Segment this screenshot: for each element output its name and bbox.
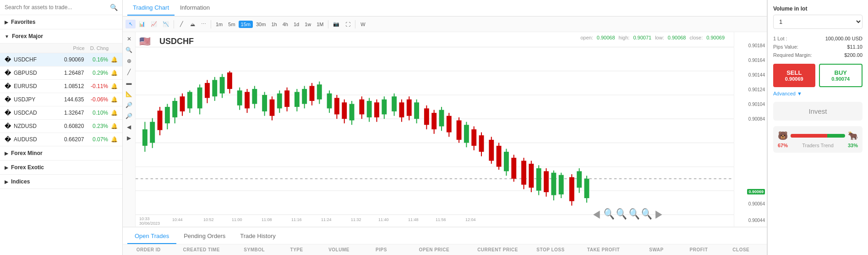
magnify-draw-btn[interactable]: 🔍 [124, 45, 134, 55]
search-input[interactable] [5, 4, 110, 11]
arrow-left-draw-btn[interactable]: ◀ [124, 122, 134, 132]
invest-label: Invest [779, 107, 857, 115]
asset-change-gbpusd: 0.29% [84, 70, 108, 76]
time-4h[interactable]: 4h [280, 21, 290, 28]
time-1w[interactable]: 1w [302, 21, 313, 28]
extra-tool[interactable]: W [358, 20, 368, 28]
asset-row-audusd[interactable]: � AUDUSD 0.66207 0.07% 🔔 [0, 133, 122, 146]
line-draw-btn[interactable]: ╱ [124, 67, 134, 77]
zoom-out-draw-btn[interactable]: 🔎 [124, 111, 134, 121]
asset-row-usdcad[interactable]: � USDCAD 1.32647 0.10% 🔔 [0, 106, 122, 120]
time-1M[interactable]: 1M [314, 21, 326, 28]
line-tool[interactable]: 📉 [160, 20, 171, 28]
trend-labels: 67% Traders Trend 33% [778, 143, 858, 148]
alarm-icon-gbpusd[interactable]: 🔔 [111, 70, 118, 76]
svg-rect-36 [245, 92, 250, 108]
svg-rect-52 [310, 86, 315, 101]
asset-row-eurusd[interactable]: � EURUSD 1.08512 -0.11% 🔔 [0, 80, 122, 93]
draw-line-tool[interactable]: ╱ [176, 20, 186, 28]
forex-major-arrow: ▼ [5, 34, 9, 39]
cursor-tool[interactable]: ↖ [126, 20, 136, 28]
forex-major-section[interactable]: ▼ Forex Major [0, 29, 122, 44]
close-draw-btn[interactable]: ✕ [124, 34, 134, 44]
right-panel: Volume in lot 1 0.01 0.1 0.5 2 5 10 1 Lo… [767, 0, 868, 255]
svg-rect-60 [342, 102, 347, 119]
time-5m[interactable]: 5m [226, 21, 237, 28]
alarm-icon-usdcad[interactable]: 🔔 [111, 110, 118, 116]
chart-symbol-header: 🇺🇸 USDCHF [139, 36, 194, 47]
price-level-4: 0.90124 [748, 87, 765, 92]
tab-trade-history[interactable]: Trade History [233, 229, 283, 244]
advanced-link[interactable]: Advanced ▼ [773, 91, 863, 96]
time-1h[interactable]: 1h [269, 21, 279, 28]
svg-rect-40 [262, 95, 267, 111]
search-bar[interactable]: 🔍 [0, 0, 122, 15]
screenshot-tool[interactable]: 📷 [331, 20, 342, 28]
col-change-header: D. Chng [85, 45, 118, 51]
price-level-3: 0.90144 [748, 72, 765, 78]
draw-dot-tool[interactable]: ⋯ [198, 20, 208, 28]
search-icon[interactable]: 🔍 [110, 4, 118, 11]
advanced-chevron-icon: ▼ [797, 91, 802, 96]
svg-rect-74 [399, 102, 404, 117]
svg-text:◀: ◀ [593, 208, 600, 220]
asset-row-nzdusd[interactable]: � NZDUSD 0.60820 0.23% 🔔 [0, 120, 122, 133]
asset-row-usdjpy[interactable]: � USDJPY 144.635 -0.06% 🔔 [0, 93, 122, 106]
svg-rect-72 [392, 96, 397, 111]
asset-flag-usdchf: � [5, 56, 11, 63]
alarm-icon-nzdusd[interactable]: 🔔 [111, 123, 118, 129]
alarm-icon-eurusd[interactable]: 🔔 [111, 83, 118, 89]
chart-toolbar: ↖ 📊 📈 📉 ╱ ⛰ ⋯ 1m 5m 15m 30m 1h 4h 1d 1w … [123, 17, 767, 32]
asset-row-usdchf[interactable]: � USDCHF 0.90069 0.16% 🔔 [0, 53, 122, 67]
bar-tool[interactable]: 📈 [148, 20, 159, 28]
chart-canvas[interactable]: open: 0.90068 high: 0.90071 low: 0.90068… [136, 32, 734, 227]
forex-minor-section[interactable]: ▶ Forex Minor [0, 146, 122, 161]
col-swap: SWAP [635, 247, 677, 252]
svg-rect-12 [150, 122, 155, 143]
asset-change-usdchf: 0.16% [84, 56, 108, 63]
candle-tool[interactable]: 📊 [136, 20, 147, 28]
favorites-section[interactable]: ▶ Favorites [0, 15, 122, 29]
invest-section[interactable]: Invest [773, 102, 863, 121]
price-level-5: 0.90104 [748, 102, 765, 107]
asset-row-gbpusd[interactable]: � GBPUSD 1.26487 0.29% 🔔 [0, 67, 122, 80]
col-profit: PROFIT [677, 247, 720, 252]
svg-rect-50 [302, 89, 307, 104]
trade-buttons: SELL 0.90069 BUY 0.90074 [773, 64, 863, 87]
arrow-right-draw-btn[interactable]: ▶ [124, 133, 134, 143]
svg-rect-80 [424, 108, 429, 125]
svg-rect-112 [551, 173, 556, 195]
svg-rect-62 [349, 104, 355, 121]
chart-wrapper: ✕ 🔍 ⊕ ╱ ▬ 📐 🔎 🔎 ◀ ▶ open: 0.90068 high: … [123, 32, 767, 227]
svg-rect-84 [439, 110, 444, 127]
traders-trend-label: Traders Trend [788, 143, 848, 148]
fullscreen-tool[interactable]: ⛶ [343, 20, 353, 28]
svg-text:🔍: 🔍 [616, 208, 627, 221]
zoom-in-draw-btn[interactable]: 🔎 [124, 100, 134, 110]
buy-button[interactable]: BUY 0.90074 [819, 64, 863, 87]
svg-rect-22 [187, 92, 192, 108]
alarm-icon-audusd[interactable]: 🔔 [111, 136, 118, 143]
time-1m[interactable]: 1m [213, 21, 225, 28]
tab-open-trades[interactable]: Open Trades [127, 229, 176, 244]
forex-exotic-section[interactable]: ▶ Forex Exotic [0, 161, 122, 175]
svg-rect-102 [511, 158, 516, 179]
crosshair-draw-btn[interactable]: ⊕ [124, 56, 134, 66]
time-1d[interactable]: 1d [291, 21, 301, 28]
alarm-icon-usdchf[interactable]: 🔔 [111, 56, 118, 63]
sell-button[interactable]: SELL 0.90069 [773, 64, 815, 87]
svg-rect-14 [158, 111, 163, 130]
tab-information[interactable]: Information [175, 0, 215, 16]
tab-pending-orders[interactable]: Pending Orders [176, 229, 233, 244]
draw-mountain-tool[interactable]: ⛰ [187, 20, 197, 28]
lot-info: 1 Lot : 100,000.00 USD Pips Value: $11.1… [773, 34, 863, 59]
tab-trading-chart[interactable]: Trading Chart [127, 0, 175, 16]
hline-draw-btn[interactable]: ▬ [124, 78, 134, 88]
ruler-draw-btn[interactable]: 📐 [124, 89, 134, 99]
time-30m[interactable]: 30m [254, 21, 268, 28]
alarm-icon-usdjpy[interactable]: 🔔 [111, 96, 118, 103]
indices-section[interactable]: ▶ Indices [0, 175, 122, 189]
volume-select[interactable]: 1 0.01 0.1 0.5 2 5 10 [773, 15, 863, 29]
asset-change-audusd: 0.07% [84, 136, 108, 143]
time-15m[interactable]: 15m [239, 21, 253, 28]
